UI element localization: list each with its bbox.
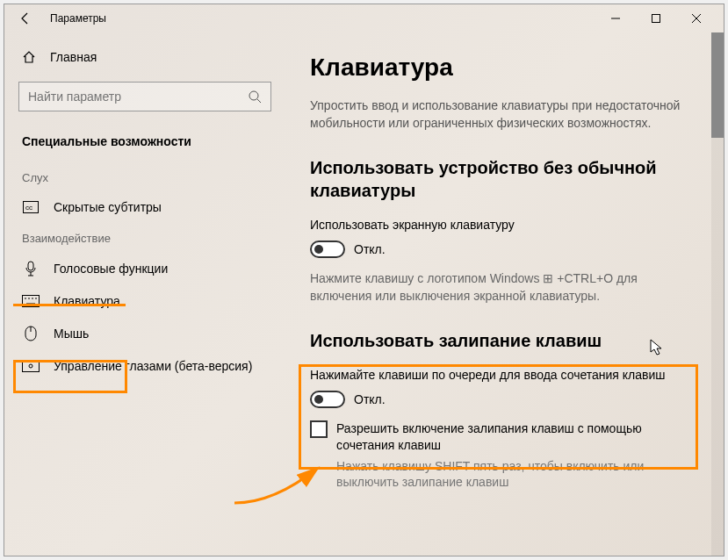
- sticky-shortcut-checkbox[interactable]: [310, 420, 328, 438]
- mouse-icon: [22, 326, 40, 341]
- keyboard-icon: [22, 295, 40, 307]
- cc-icon: cc: [22, 201, 40, 213]
- nav-label: Скрытые субтитры: [54, 200, 162, 214]
- svg-line-3: [257, 99, 261, 103]
- group-hearing: Слух: [4, 162, 285, 191]
- sticky-shortcut-help: Нажать клавишу SHIFT пять раз, чтобы вкл…: [336, 458, 699, 490]
- microphone-icon: [22, 261, 40, 276]
- home-icon: [22, 50, 36, 64]
- osk-help: Нажмите клавишу с логотипом Windows ⊞ +C…: [310, 270, 699, 305]
- category-title: Специальные возможности: [4, 129, 285, 162]
- page-description: Упростить ввод и использование клавиатур…: [310, 97, 699, 132]
- search-box[interactable]: [18, 82, 271, 111]
- section-sticky-heading: Использовать залипание клавиш: [310, 329, 699, 352]
- sticky-shortcut-label: Разрешить включение залипания клавиш с п…: [336, 420, 699, 452]
- sidebar-item-voice[interactable]: Голосовые функции: [4, 252, 285, 285]
- scrollbar[interactable]: [711, 32, 724, 556]
- sidebar-item-eye[interactable]: Управление глазами (бета-версия): [4, 350, 285, 382]
- home-link[interactable]: Главная: [4, 43, 285, 71]
- sidebar: Главная Специальные возможности Слух cc …: [4, 32, 285, 556]
- nav-label: Управление глазами (бета-версия): [54, 359, 252, 373]
- minimize-button[interactable]: [595, 4, 636, 32]
- section-osk-heading: Использовать устройство без обычной клав…: [310, 156, 699, 202]
- nav-label: Голосовые функции: [54, 262, 168, 276]
- svg-rect-7: [23, 296, 40, 307]
- page-title: Клавиатура: [310, 54, 699, 82]
- back-button[interactable]: [11, 4, 40, 32]
- close-button[interactable]: [676, 4, 717, 32]
- search-input[interactable]: [28, 90, 248, 104]
- svg-rect-6: [28, 262, 33, 270]
- osk-toggle[interactable]: [310, 241, 345, 258]
- sidebar-item-keyboard[interactable]: Клавиатура: [4, 285, 285, 317]
- search-icon: [248, 90, 262, 104]
- group-interaction: Взаимодействие: [4, 223, 285, 252]
- sidebar-item-mouse[interactable]: Мышь: [4, 317, 285, 350]
- scrollbar-thumb[interactable]: [711, 32, 724, 138]
- svg-rect-15: [23, 361, 40, 372]
- eye-icon: [22, 360, 40, 372]
- nav-label: Мышь: [54, 327, 89, 341]
- nav-label: Клавиатура: [54, 294, 120, 308]
- svg-rect-1: [652, 15, 660, 23]
- main-panel: Клавиатура Упростить ввод и использовани…: [285, 32, 724, 556]
- sticky-label: Нажимайте клавиши по очереди для ввода с…: [310, 368, 699, 382]
- svg-point-2: [249, 91, 258, 100]
- home-label: Главная: [50, 50, 97, 64]
- sticky-toggle-state: Откл.: [354, 392, 386, 406]
- osk-toggle-state: Откл.: [354, 242, 386, 256]
- sidebar-item-subtitles[interactable]: cc Скрытые субтитры: [4, 191, 285, 223]
- sticky-toggle[interactable]: [310, 391, 345, 408]
- titlebar: Параметры: [4, 4, 724, 32]
- svg-text:cc: cc: [25, 204, 32, 212]
- window-title: Параметры: [50, 12, 106, 25]
- svg-point-16: [29, 364, 32, 368]
- maximize-button[interactable]: [636, 4, 676, 32]
- osk-label: Использовать экранную клавиатуру: [310, 218, 699, 232]
